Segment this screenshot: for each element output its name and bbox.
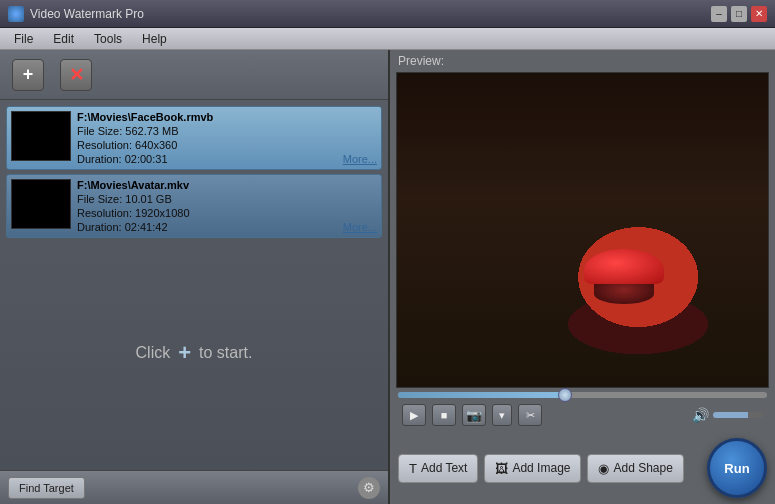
screenshot-button[interactable]: 📷 xyxy=(462,404,486,426)
cut-button[interactable]: ✂ xyxy=(518,404,542,426)
find-target-button[interactable]: Find Target xyxy=(8,477,85,499)
menu-tools[interactable]: Tools xyxy=(84,30,132,48)
click-to-start-area: Click + to start. xyxy=(6,242,382,464)
file-size: File Size: 10.01 GB xyxy=(77,193,337,205)
file-more-link[interactable]: More... xyxy=(343,221,377,233)
preview-bowl xyxy=(584,249,664,309)
file-thumbnail xyxy=(11,111,71,161)
add-shape-button[interactable]: ◉ Add Shape xyxy=(587,454,683,483)
title-bar-left: Video Watermark Pro xyxy=(8,6,144,22)
left-panel: + ✕ F:\Movies\FaceBook.rmvb File Size: 5… xyxy=(0,50,390,504)
close-button[interactable]: ✕ xyxy=(751,6,767,22)
add-text-button[interactable]: T Add Text xyxy=(398,454,478,483)
run-button[interactable]: Run xyxy=(707,438,767,498)
click-suffix: to start. xyxy=(199,344,252,362)
bottom-bar: Find Target ⚙ xyxy=(0,470,388,504)
file-resolution: Resolution: 640x360 xyxy=(77,139,337,151)
app-icon xyxy=(8,6,24,22)
click-plus-icon: + xyxy=(178,340,191,366)
preview-label: Preview: xyxy=(390,50,775,72)
image-icon: 🖼 xyxy=(495,461,508,476)
title-bar: Video Watermark Pro – □ ✕ xyxy=(0,0,775,28)
bowl-bottom xyxy=(594,284,654,304)
add-text-label: Add Text xyxy=(421,461,467,475)
text-icon: T xyxy=(409,461,417,476)
add-image-button[interactable]: 🖼 Add Image xyxy=(484,454,581,483)
file-duration: Duration: 02:41:42 xyxy=(77,221,337,233)
file-thumbnail xyxy=(11,179,71,229)
seek-thumb[interactable] xyxy=(558,388,572,402)
add-image-label: Add Image xyxy=(512,461,570,475)
run-label: Run xyxy=(724,461,749,476)
play-button[interactable]: ▶ xyxy=(402,404,426,426)
preview-area xyxy=(396,72,769,388)
menu-file[interactable]: File xyxy=(4,30,43,48)
playback-bar: ▶ ■ 📷 ▾ ✂ 🔊 xyxy=(390,388,775,432)
title-bar-controls: – □ ✕ xyxy=(711,6,767,22)
volume-slider[interactable] xyxy=(713,412,763,418)
menu-edit[interactable]: Edit xyxy=(43,30,84,48)
file-info: F:\Movies\FaceBook.rmvb File Size: 562.7… xyxy=(77,111,337,165)
bowl-top xyxy=(584,249,664,284)
dropdown-button[interactable]: ▾ xyxy=(492,404,512,426)
stop-button[interactable]: ■ xyxy=(432,404,456,426)
add-file-button[interactable]: + xyxy=(12,59,44,91)
volume-icon: 🔊 xyxy=(692,407,709,423)
seek-fill xyxy=(398,392,564,398)
menu-help[interactable]: Help xyxy=(132,30,177,48)
file-resolution: Resolution: 1920x1080 xyxy=(77,207,337,219)
file-more-link[interactable]: More... xyxy=(343,153,377,165)
shape-icon: ◉ xyxy=(598,461,609,476)
remove-file-button[interactable]: ✕ xyxy=(60,59,92,91)
right-panel: Preview: ▶ ■ 📷 ▾ ✂ � xyxy=(390,50,775,504)
file-item[interactable]: F:\Movies\Avatar.mkv File Size: 10.01 GB… xyxy=(6,174,382,238)
preview-background xyxy=(397,73,768,387)
maximize-button[interactable]: □ xyxy=(731,6,747,22)
file-item[interactable]: F:\Movies\FaceBook.rmvb File Size: 562.7… xyxy=(6,106,382,170)
add-shape-label: Add Shape xyxy=(613,461,672,475)
file-name: F:\Movies\FaceBook.rmvb xyxy=(77,111,337,123)
seek-bar[interactable] xyxy=(398,392,767,398)
file-info: F:\Movies\Avatar.mkv File Size: 10.01 GB… xyxy=(77,179,337,233)
minimize-button[interactable]: – xyxy=(711,6,727,22)
file-list: F:\Movies\FaceBook.rmvb File Size: 562.7… xyxy=(0,100,388,470)
app-title: Video Watermark Pro xyxy=(30,7,144,21)
controls-row: ▶ ■ 📷 ▾ ✂ 🔊 xyxy=(398,404,767,430)
menu-bar: File Edit Tools Help xyxy=(0,28,775,50)
click-prefix: Click xyxy=(136,344,171,362)
file-name: F:\Movies\Avatar.mkv xyxy=(77,179,337,191)
volume-area: 🔊 xyxy=(692,407,763,423)
file-size: File Size: 562.73 MB xyxy=(77,125,337,137)
file-duration: Duration: 02:00:31 xyxy=(77,153,337,165)
settings-icon[interactable]: ⚙ xyxy=(358,477,380,499)
main-layout: + ✕ F:\Movies\FaceBook.rmvb File Size: 5… xyxy=(0,50,775,504)
action-buttons: T Add Text 🖼 Add Image ◉ Add Shape Run xyxy=(390,432,775,504)
toolbar: + ✕ xyxy=(0,50,388,100)
